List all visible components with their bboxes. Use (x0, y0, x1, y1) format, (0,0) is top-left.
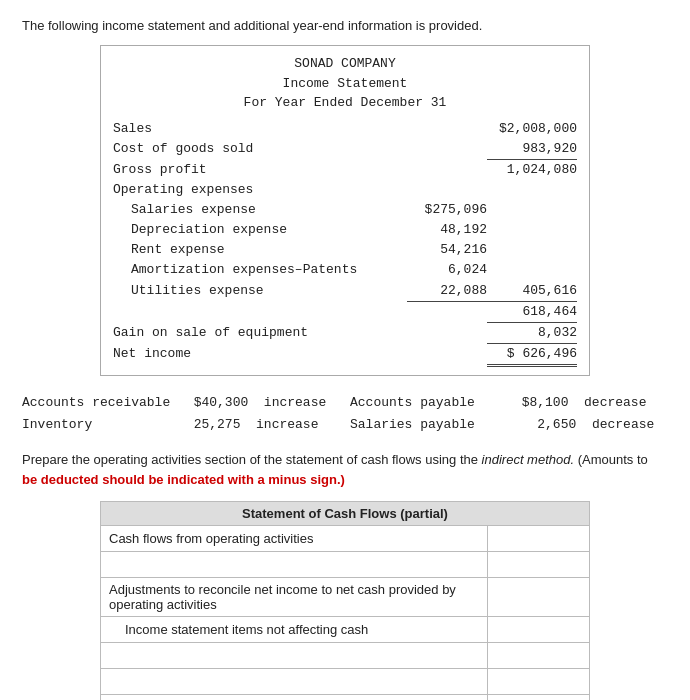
cf-row-blank2 (101, 643, 590, 669)
amort-col1: 6,024 (407, 260, 487, 280)
depr-col2 (487, 220, 577, 240)
ap-row: Accounts payable $8,100 decrease (350, 392, 668, 414)
inv-label: Inventory (22, 417, 92, 432)
gain-col2: 8,032 (487, 323, 577, 344)
intro-text: The following income statement and addit… (22, 18, 668, 33)
accounts-section: Accounts receivable $40,300 increase Inv… (22, 392, 668, 436)
gain-label: Gain on sale of equipment (113, 323, 407, 344)
cf-adjustments-input-cell[interactable] (488, 578, 590, 617)
is-row-gain: Gain on sale of equipment 8,032 (113, 323, 577, 344)
amort-label: Amortization expenses–Patents (113, 260, 407, 280)
opex-col2 (487, 180, 577, 200)
sales-label: Sales (113, 119, 407, 139)
cf-is-items-input-cell[interactable] (488, 617, 590, 643)
cf-is-items-input[interactable] (496, 622, 581, 637)
cf-operating-label: Cash flows from operating activities (101, 526, 488, 552)
cash-flow-table: Statement of Cash Flows (partial) Cash f… (100, 501, 590, 700)
ar-amount: $40,300 (194, 395, 249, 410)
ar-row: Accounts receivable $40,300 increase (22, 392, 340, 414)
cf-row-is-items: Income statement items not affecting cas… (101, 617, 590, 643)
cf-blank4-input-cell[interactable] (488, 695, 590, 700)
cf-blank2-label (101, 643, 488, 669)
cf-row-adjustments: Adjustments to reconcile net income to n… (101, 578, 590, 617)
subtotal-col1 (407, 302, 487, 323)
salaries-col1: $275,096 (407, 200, 487, 220)
ap-change: decrease (584, 395, 646, 410)
is-row-gp: Gross profit 1,024,080 (113, 160, 577, 180)
deduction-warning: be deducted should be indicated with a m… (22, 472, 345, 487)
statement-period: For Year Ended December 31 (113, 93, 577, 113)
sp-amount: 2,650 (537, 417, 576, 432)
cogs-col2: 983,920 (487, 139, 577, 160)
page: The following income statement and addit… (0, 0, 690, 700)
is-row-rent: Rent expense 54,216 (113, 240, 577, 260)
cf-row-blank4 (101, 695, 590, 700)
sp-label: Salaries payable (350, 417, 475, 432)
salaries-label: Salaries expense (113, 200, 407, 220)
depr-label: Depreciation expense (113, 220, 407, 240)
sales-col1 (407, 119, 487, 139)
gp-col1 (407, 160, 487, 180)
cogs-label: Cost of goods sold (113, 139, 407, 160)
util-col2: 405,616 (487, 281, 577, 302)
cf-adjustments-input[interactable] (496, 590, 581, 605)
is-row-subtotal: 618,464 (113, 302, 577, 323)
rent-col1: 54,216 (407, 240, 487, 260)
ni-col1 (407, 344, 487, 367)
cf-row-blank1 (101, 552, 590, 578)
is-row-util: Utilities expense 22,088 405,616 (113, 281, 577, 302)
cf-blank4-label (101, 695, 488, 700)
subtotal-label (113, 302, 407, 323)
amort-col2 (487, 260, 577, 280)
sp-change: decrease (592, 417, 654, 432)
cf-operating-input-cell[interactable] (488, 526, 590, 552)
cf-table-header: Statement of Cash Flows (partial) (101, 502, 590, 526)
cf-blank1-label (101, 552, 488, 578)
rent-label: Rent expense (113, 240, 407, 260)
cf-row-operating: Cash flows from operating activities (101, 526, 590, 552)
is-row-depr: Depreciation expense 48,192 (113, 220, 577, 240)
cf-blank3-input-cell[interactable] (488, 669, 590, 695)
is-row-ni: Net income $ 626,496 (113, 344, 577, 367)
gp-col2: 1,024,080 (487, 160, 577, 180)
ni-label: Net income (113, 344, 407, 367)
cogs-col1 (407, 139, 487, 160)
company-name: SONAD COMPANY (113, 54, 577, 74)
cf-blank3-label (101, 669, 488, 695)
salaries-col2 (487, 200, 577, 220)
cf-row-blank3 (101, 669, 590, 695)
ar-label: Accounts receivable (22, 395, 170, 410)
ar-change: increase (264, 395, 326, 410)
cf-is-items-label: Income statement items not affecting cas… (101, 617, 488, 643)
is-row-sales: Sales $2,008,000 (113, 119, 577, 139)
inv-change: increase (256, 417, 318, 432)
ni-col2: $ 626,496 (487, 344, 577, 367)
accounts-left: Accounts receivable $40,300 increase Inv… (22, 392, 340, 436)
statement-title: Income Statement (113, 74, 577, 94)
inv-amount: 25,275 (194, 417, 241, 432)
sales-col2: $2,008,000 (487, 119, 577, 139)
is-row-amort: Amortization expenses–Patents 6,024 (113, 260, 577, 280)
util-col1: 22,088 (407, 281, 487, 302)
is-row-salaries: Salaries expense $275,096 (113, 200, 577, 220)
sp-row: Salaries payable 2,650 decrease (350, 414, 668, 436)
cf-blank1-input-cell[interactable] (488, 552, 590, 578)
cf-blank3-input[interactable] (496, 674, 581, 689)
rent-col2 (487, 240, 577, 260)
is-header: SONAD COMPANY Income Statement For Year … (113, 54, 577, 113)
cf-operating-input[interactable] (496, 531, 581, 546)
inv-row: Inventory 25,275 increase (22, 414, 340, 436)
ap-amount: $8,100 (522, 395, 569, 410)
income-statement-box: SONAD COMPANY Income Statement For Year … (100, 45, 590, 376)
is-row-cogs: Cost of goods sold 983,920 (113, 139, 577, 160)
ap-label: Accounts payable (350, 395, 475, 410)
cf-blank2-input-cell[interactable] (488, 643, 590, 669)
prepare-text: Prepare the operating activities section… (22, 450, 668, 489)
gain-col1 (407, 323, 487, 344)
subtotal-col2: 618,464 (487, 302, 577, 323)
gp-label: Gross profit (113, 160, 407, 180)
is-row-opex: Operating expenses (113, 180, 577, 200)
opex-label: Operating expenses (113, 180, 407, 200)
cf-blank1-input[interactable] (496, 557, 581, 572)
cf-blank2-input[interactable] (496, 648, 581, 663)
